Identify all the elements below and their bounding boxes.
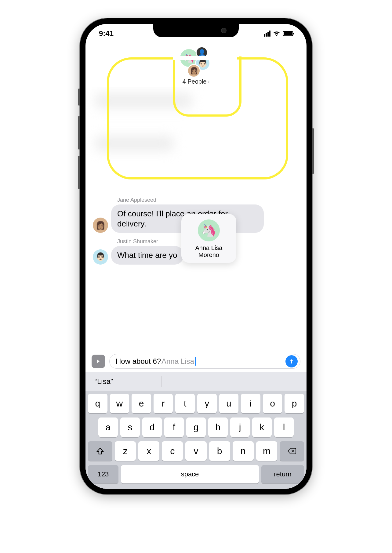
mute-switch: [78, 89, 80, 106]
key-v[interactable]: v: [185, 441, 206, 461]
key-w[interactable]: w: [110, 394, 129, 413]
arrow-up-icon: [289, 358, 295, 364]
key-h[interactable]: h: [208, 417, 228, 437]
key-a[interactable]: a: [98, 417, 118, 437]
send-button[interactable]: [285, 355, 298, 367]
key-u[interactable]: u: [219, 394, 239, 413]
key-backspace[interactable]: [280, 441, 304, 461]
key-o[interactable]: o: [263, 394, 282, 413]
mention-name: Anna Lisa Moreno: [185, 244, 233, 258]
chat-header[interactable]: 🦄 👤 👨🏻 👩🏽 4 People ›: [85, 43, 307, 87]
redacted-content: [95, 136, 174, 151]
suggestion-item[interactable]: “Lisa”: [95, 377, 162, 386]
backspace-icon: [287, 447, 296, 455]
key-d[interactable]: d: [142, 417, 162, 437]
key-c[interactable]: c: [162, 441, 183, 461]
mention-suggestion-popup[interactable]: 🦄 Anna Lisa Moreno: [181, 214, 236, 263]
key-space[interactable]: space: [121, 465, 259, 483]
key-n[interactable]: n: [233, 441, 254, 461]
wifi-icon: [273, 31, 280, 36]
key-g[interactable]: g: [186, 417, 206, 437]
message-bubble[interactable]: What time are yo: [111, 246, 183, 265]
key-z[interactable]: z: [115, 441, 136, 461]
status-time: 9:41: [99, 29, 114, 38]
typed-text: How about 6?: [116, 357, 161, 366]
battery-icon: [283, 31, 293, 36]
compose-bar: How about 6? Anna Lisa: [85, 350, 307, 372]
key-shift[interactable]: [88, 441, 112, 461]
mention-draft-text: Anna Lisa: [162, 357, 194, 366]
typing-suggestions: “Lisa”: [85, 372, 307, 391]
sender-avatar[interactable]: 👨🏻: [93, 249, 108, 265]
divider: [162, 376, 162, 387]
key-x[interactable]: x: [138, 441, 159, 461]
key-m[interactable]: m: [256, 441, 277, 461]
group-title: 4 People: [183, 78, 207, 85]
volume-down-button: [78, 156, 80, 189]
key-l[interactable]: l: [274, 417, 294, 437]
divider: [229, 376, 229, 387]
key-y[interactable]: y: [197, 394, 217, 413]
key-p[interactable]: p: [285, 394, 304, 413]
key-s[interactable]: s: [120, 417, 140, 437]
text-cursor: [195, 357, 196, 366]
notch: [153, 24, 239, 37]
phone-frame: 9:41 🦄 👤 👨🏻 👩🏽 4 People ›: [80, 18, 312, 494]
message-input[interactable]: How about 6? Anna Lisa: [109, 354, 300, 369]
key-q[interactable]: q: [88, 394, 107, 413]
redacted-content: [95, 93, 192, 108]
on-screen-keyboard: q w e r t y u i o p a s d f g h j k l: [85, 391, 307, 489]
key-b[interactable]: b: [209, 441, 230, 461]
cellular-signal-icon: [264, 31, 270, 37]
group-avatar-cluster: 🦄 👤 👨🏻 👩🏽: [179, 46, 213, 77]
sender-label: Jane Appleseed: [117, 197, 299, 203]
group-avatar-4: 👩🏽: [187, 64, 201, 78]
key-i[interactable]: i: [241, 394, 260, 413]
chevron-right-icon: ›: [208, 78, 209, 85]
key-r[interactable]: r: [154, 394, 173, 413]
volume-up-button: [78, 116, 80, 150]
key-numbers[interactable]: 123: [88, 465, 118, 483]
key-t[interactable]: t: [175, 394, 195, 413]
key-k[interactable]: k: [252, 417, 272, 437]
group-title-row[interactable]: 4 People ›: [183, 78, 210, 85]
message-list[interactable]: Jane Appleseed 👩🏽 Of course! I'll place …: [85, 87, 307, 350]
mention-avatar: 🦄: [198, 219, 220, 241]
key-j[interactable]: j: [230, 417, 250, 437]
key-f[interactable]: f: [164, 417, 184, 437]
key-e[interactable]: e: [132, 394, 151, 413]
apps-expand-button[interactable]: [92, 355, 105, 368]
message-item: Justin Shumaker 👨🏻 What time are yo 🦄 An…: [93, 238, 299, 265]
key-return[interactable]: return: [261, 465, 304, 483]
sender-avatar[interactable]: 👩🏽: [93, 218, 108, 233]
phone-screen: 9:41 🦄 👤 👨🏻 👩🏽 4 People ›: [85, 24, 307, 489]
power-button: [312, 128, 314, 174]
shift-icon: [96, 447, 104, 455]
